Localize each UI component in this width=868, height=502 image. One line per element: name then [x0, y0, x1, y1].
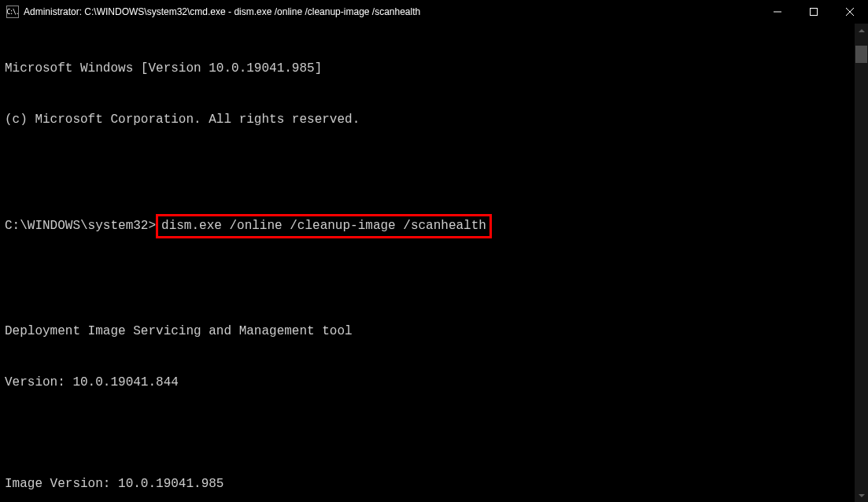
- blank-line: [5, 426, 863, 443]
- output-line: Version: 10.0.19041.844: [5, 375, 863, 392]
- chevron-up-icon: [859, 29, 865, 32]
- output-line: (c) Microsoft Corporation. All rights re…: [5, 112, 863, 129]
- output-line: Microsoft Windows [Version 10.0.19041.98…: [5, 61, 863, 78]
- svg-rect-1: [811, 9, 818, 16]
- command-text: dism.exe /online /cleanup-image /scanhea…: [161, 219, 486, 233]
- output-line: Deployment Image Servicing and Managemen…: [5, 323, 863, 341]
- blank-line: [5, 163, 863, 180]
- chevron-down-icon: [859, 494, 865, 497]
- scroll-up-arrow[interactable]: [855, 24, 868, 37]
- scrollbar-thumb[interactable]: [855, 46, 867, 63]
- maximize-button[interactable]: [796, 0, 832, 24]
- prompt-line: C:\WINDOWS\system32>dism.exe /online /cl…: [5, 214, 863, 239]
- scroll-down-arrow[interactable]: [855, 489, 868, 502]
- blank-line: [5, 272, 863, 290]
- cmd-icon: C:\.: [6, 6, 19, 18]
- close-icon: [846, 8, 854, 16]
- output-line: Image Version: 10.0.19041.985: [5, 476, 863, 493]
- close-button[interactable]: [832, 0, 868, 24]
- maximize-icon: [810, 8, 818, 16]
- window-title: Administrator: C:\WINDOWS\system32\cmd.e…: [24, 6, 759, 17]
- vertical-scrollbar[interactable]: [855, 24, 868, 502]
- minimize-button[interactable]: [759, 0, 796, 24]
- prompt-prefix: C:\WINDOWS\system32>: [5, 218, 156, 235]
- window-controls: [759, 0, 868, 24]
- cmd-window: C:\. Administrator: C:\WINDOWS\system32\…: [0, 0, 868, 502]
- minimize-icon: [774, 8, 781, 16]
- terminal-output[interactable]: Microsoft Windows [Version 10.0.19041.98…: [0, 24, 868, 502]
- command-highlight: dism.exe /online /cleanup-image /scanhea…: [156, 214, 492, 239]
- titlebar[interactable]: C:\. Administrator: C:\WINDOWS\system32\…: [0, 0, 868, 24]
